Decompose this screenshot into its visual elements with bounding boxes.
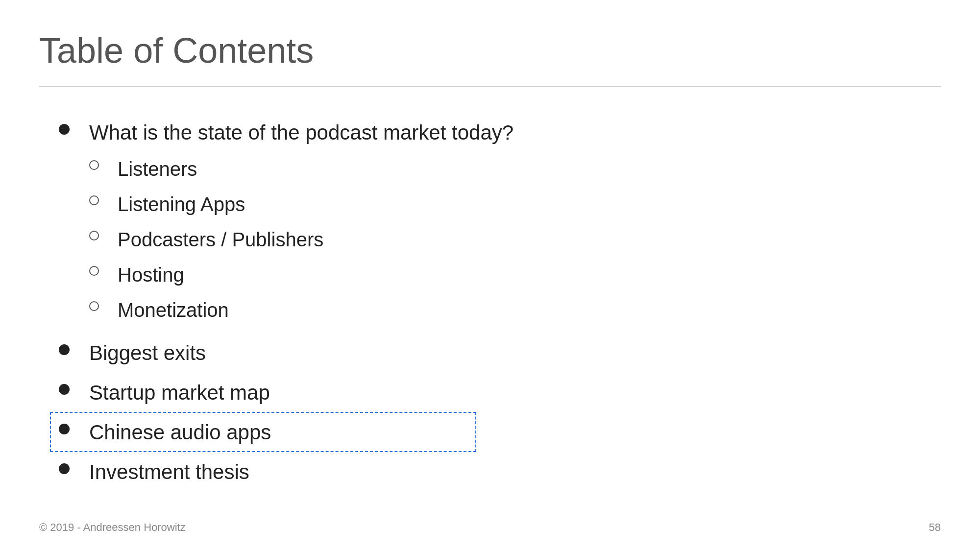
list-item-label: Biggest exits: [89, 336, 206, 369]
sub-list-podcast: Listeners Listening Apps Podcasters / Pu…: [89, 153, 514, 326]
footer-copyright: © 2019 - Andreessen Horowitz: [39, 521, 186, 534]
bullet-empty-icon: [89, 195, 99, 205]
list-item-label: What is the state of the podcast market …: [89, 121, 514, 144]
sub-list-item: Hosting: [89, 259, 514, 290]
sub-item-label: Listeners: [118, 153, 197, 185]
footer-page-number: 58: [929, 521, 941, 534]
bullet-filled-icon: [59, 124, 70, 135]
list-item-investment-thesis: Investment thesis: [59, 455, 941, 488]
list-item-startup-market-map: Startup market map: [59, 376, 941, 409]
content-area: What is the state of the podcast market …: [39, 116, 941, 488]
bullet-filled-icon: [59, 463, 70, 474]
bullet-empty-icon: [89, 266, 99, 276]
list-item-podcast-market: What is the state of the podcast market …: [59, 116, 941, 329]
divider: [39, 86, 941, 87]
list-item-chinese-audio-apps: Chinese audio apps: [59, 416, 941, 449]
list-item-label: Chinese audio apps: [89, 416, 271, 449]
sub-item-label: Monetization: [118, 294, 229, 326]
bullet-empty-icon: [89, 231, 99, 240]
sub-list-item: Listening Apps: [89, 189, 514, 220]
sub-list-item: Listeners: [89, 153, 514, 185]
bullet-empty-icon: [89, 301, 99, 311]
slide: Table of Contents What is the state of t…: [0, 0, 980, 551]
bullet-filled-icon: [59, 424, 70, 434]
sub-item-label: Listening Apps: [118, 189, 245, 220]
bullet-filled-icon: [59, 344, 70, 355]
list-item-label: Investment thesis: [89, 455, 249, 488]
bullet-filled-icon: [59, 384, 70, 395]
sub-list-item: Podcasters / Publishers: [89, 224, 514, 255]
list-item-label: Startup market map: [89, 376, 270, 409]
list-item-biggest-exits: Biggest exits: [59, 336, 941, 369]
sub-item-label: Hosting: [118, 259, 184, 290]
page-title: Table of Contents: [39, 29, 941, 72]
sub-item-label: Podcasters / Publishers: [118, 224, 323, 255]
sub-list-item: Monetization: [89, 294, 514, 326]
footer: © 2019 - Andreessen Horowitz 58: [39, 521, 941, 534]
main-list: What is the state of the podcast market …: [59, 116, 941, 488]
bullet-empty-icon: [89, 160, 99, 170]
